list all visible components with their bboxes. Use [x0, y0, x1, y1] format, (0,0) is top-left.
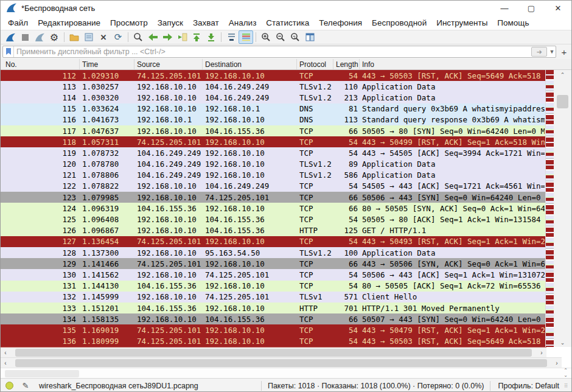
packet-row-118[interactable]: 1181.05731174.125.205.101192.168.10.10TC… — [1, 136, 571, 147]
stop-capture-button[interactable] — [18, 30, 32, 44]
menu-item-7[interactable]: Телефония — [314, 16, 367, 29]
capture-comment-icon[interactable]: ✎ — [21, 381, 30, 390]
packet-row-120[interactable]: 1201.078780104.16.249.249192.168.10.10TL… — [1, 159, 571, 170]
menu-item-3[interactable]: Запуск — [153, 16, 188, 29]
menu-item-6[interactable]: Статистика — [261, 16, 314, 29]
hscrollbar-thumb[interactable] — [15, 359, 547, 367]
reload-file-button[interactable]: ⟳ — [111, 30, 125, 44]
packet-no: 116 — [1, 115, 80, 124]
go-to-packet-button[interactable] — [175, 30, 189, 44]
packet-row-124[interactable]: 1241.096319104.16.155.36192.168.10.10TCP… — [1, 203, 571, 214]
column-header-destination[interactable]: Destination — [203, 59, 297, 69]
find-packet-button[interactable] — [131, 30, 145, 44]
packet-source: 104.16.155.36 — [134, 304, 203, 313]
profile-selector[interactable]: Профиль: Default — [494, 382, 564, 390]
packet-row-121[interactable]: 1211.078806104.16.249.249192.168.10.10TL… — [1, 170, 571, 181]
maximize-button[interactable]: ▢ — [518, 1, 545, 15]
column-header-info[interactable]: Info — [360, 59, 571, 69]
packet-row-130[interactable]: 1301.141562192.168.10.1074.125.205.101TC… — [1, 269, 571, 280]
hscroll-left-arrow-icon[interactable]: ‹ — [1, 360, 10, 366]
packet-row-122[interactable]: 1221.078822192.168.10.10104.16.249.249TC… — [1, 181, 571, 192]
mini-scroll-arrows-icon[interactable]: ⌃⌄ — [563, 368, 568, 378]
menu-item-0[interactable]: Файл — [3, 16, 33, 29]
close-file-button[interactable]: ✕ — [96, 30, 111, 44]
column-header-no[interactable]: No. — [1, 59, 80, 69]
packet-row-125[interactable]: 1251.096408192.168.10.10104.16.155.36TCP… — [1, 214, 571, 225]
zoom-out-button[interactable] — [273, 30, 288, 44]
packet-row-134[interactable]: 1341.158135192.168.10.10104.16.155.36TCP… — [1, 313, 571, 324]
packet-row-135[interactable]: 1351.16901974.125.205.101192.168.10.10TC… — [1, 324, 571, 335]
go-forward-button[interactable] — [160, 30, 175, 44]
hscroll-left-arrow-icon[interactable]: ‹ — [1, 349, 10, 356]
go-first-packet-button[interactable] — [189, 30, 204, 44]
hscroll-right-arrow-icon[interactable]: › — [537, 349, 546, 356]
vertical-scrollbar-thumb[interactable] — [557, 95, 568, 108]
menu-item-1[interactable]: Редактирование — [33, 16, 105, 29]
scroll-up-arrow-icon[interactable]: ⌃ — [554, 70, 571, 79]
colorize-packets-button[interactable] — [239, 30, 253, 44]
column-header-time[interactable]: Time — [80, 59, 134, 69]
packet-row-133[interactable]: 1331.151201104.16.155.36192.168.10.10HTT… — [1, 303, 571, 313]
packet-row-113[interactable]: 1131.030257192.168.10.10104.16.249.249TL… — [1, 81, 571, 92]
packet-row-117[interactable]: 1171.047637192.168.10.10104.16.155.36TCP… — [1, 125, 571, 136]
go-last-packet-button[interactable] — [204, 30, 218, 44]
minimize-button[interactable]: — — [491, 1, 518, 15]
restart-capture-button[interactable] — [32, 30, 47, 44]
start-capture-button[interactable] — [3, 30, 18, 44]
collapsed-pane-handle[interactable] — [5, 370, 79, 377]
menu-item-2[interactable]: Просмотр — [105, 16, 153, 29]
packet-row-114[interactable]: 1141.030320192.168.10.10104.16.249.249TL… — [1, 92, 571, 103]
hscroll-right-arrow-icon[interactable]: › — [552, 360, 562, 366]
resize-grip[interactable]: ⠿ — [564, 383, 570, 389]
menu-item-10[interactable]: Помощь — [492, 16, 534, 29]
packet-row-119[interactable]: 1191.078732104.16.249.249192.168.10.10TC… — [1, 147, 571, 158]
add-filter-button[interactable]: + — [559, 46, 570, 57]
display-filter-input[interactable] — [14, 47, 531, 57]
packet-list-hscrollbar[interactable]: ‹ › — [1, 347, 546, 357]
scroll-down-arrow-icon[interactable]: ⌄ — [554, 338, 571, 347]
packet-row-126[interactable]: 1261.096867192.168.10.10104.16.155.36HTT… — [1, 225, 571, 236]
apply-filter-button[interactable]: ➜ — [531, 47, 547, 57]
close-button[interactable]: ✕ — [545, 1, 571, 15]
packet-no: 119 — [1, 149, 80, 158]
column-header-length[interactable]: Length — [333, 59, 360, 69]
expert-info-icon[interactable] — [5, 382, 13, 390]
column-header-source[interactable]: Source — [134, 59, 203, 69]
packet-destination: 104.16.249.249 — [203, 93, 297, 102]
zoom-in-button[interactable] — [259, 30, 273, 44]
menu-item-9[interactable]: Инструменты — [431, 16, 492, 29]
resize-columns-button[interactable] — [302, 30, 317, 44]
filter-dropdown-caret-icon[interactable]: ▼ — [548, 49, 556, 55]
packet-row-123[interactable]: 1231.079985192.168.10.1074.125.205.101TC… — [1, 192, 571, 203]
packet-row-132[interactable]: 1321.145999192.168.10.1074.125.205.101TL… — [1, 292, 571, 303]
packet-row-127[interactable]: 1271.13645474.125.205.101192.168.10.10TC… — [1, 236, 571, 247]
packet-row-115[interactable]: 1151.033624192.168.10.10192.168.10.1DNS8… — [1, 103, 571, 114]
hscrollbar-thumb[interactable] — [15, 349, 532, 357]
capture-options-button[interactable]: ⚙ — [47, 30, 61, 44]
column-header-protocol[interactable]: Protocol — [297, 59, 333, 69]
detail-pane-hscrollbar[interactable]: ‹ › — [1, 357, 562, 368]
menu-item-8[interactable]: Беспроводной — [367, 16, 431, 29]
vertical-scrollbar[interactable]: ⌃ ⌄ — [554, 70, 571, 347]
zoom-original-button[interactable] — [288, 30, 302, 44]
packet-info: Standard query response 0x3b69 A whatism… — [360, 115, 545, 124]
packet-row-129[interactable]: 1291.14146674.125.205.101192.168.10.10TC… — [1, 258, 571, 269]
reload-file-icon: ⟳ — [114, 32, 122, 43]
save-file-button[interactable] — [82, 30, 96, 44]
packet-row-128[interactable]: 1281.137300192.168.10.1095.163.54.50TLSv… — [1, 247, 571, 258]
open-file-button[interactable] — [67, 30, 82, 44]
auto-scroll-button[interactable] — [224, 30, 239, 44]
display-filter-field[interactable]: ➜ ▼ — [2, 46, 556, 58]
packet-row-136[interactable]: 1361.18099974.125.205.101192.168.10.10TC… — [1, 336, 571, 347]
packet-no: 120 — [1, 159, 80, 169]
go-back-button[interactable] — [145, 30, 160, 44]
menu-item-5[interactable]: Анализ — [224, 16, 262, 29]
bookmark-icon[interactable] — [3, 46, 14, 57]
packet-time: 1.078780 — [80, 159, 134, 169]
packet-row-116[interactable]: 1161.041673192.168.10.1192.168.10.10DNS1… — [1, 114, 571, 125]
intelligent-scrollbar-minimap[interactable] — [545, 70, 554, 347]
packet-row-131[interactable]: 1311.144130104.16.155.36192.168.10.10TCP… — [1, 281, 571, 292]
packet-row-112[interactable]: 1121.02931074.125.205.101192.168.10.10TC… — [1, 70, 571, 81]
menu-item-4[interactable]: Захват — [188, 16, 224, 29]
packet-protocol: TCP — [297, 215, 333, 224]
